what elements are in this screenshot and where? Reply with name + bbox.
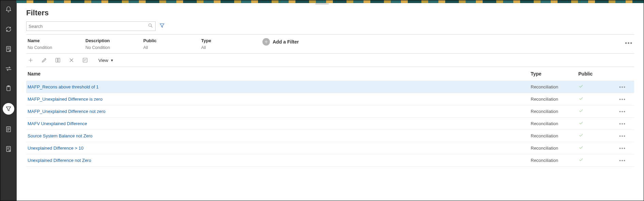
filter-col-type[interactable]: Type All bbox=[201, 38, 259, 50]
filter-bar-overflow-icon[interactable]: ••• bbox=[625, 40, 633, 46]
edit-button[interactable] bbox=[41, 57, 47, 63]
filter-name-link[interactable]: MAFV Unexplained Difference bbox=[28, 121, 87, 126]
filter-label: Name bbox=[28, 38, 85, 43]
filter-name-link[interactable]: Unexplained Difference > 10 bbox=[28, 146, 83, 151]
filter-name-link[interactable]: MAFP_Recons above threshold of 1 bbox=[28, 84, 99, 89]
filter-value: No Condition bbox=[85, 45, 143, 50]
nav-sidebar bbox=[0, 0, 17, 201]
svg-rect-9 bbox=[58, 58, 60, 62]
filter-type-text: Reconciliation bbox=[531, 84, 558, 89]
table-row[interactable]: MAFP_Unexplained Difference is zero Reco… bbox=[26, 93, 634, 105]
filter-value: All bbox=[201, 45, 259, 50]
table-row[interactable]: MAFV Unexplained Difference Reconciliati… bbox=[26, 118, 634, 130]
notifications-nav-icon[interactable] bbox=[3, 4, 14, 15]
view-dropdown[interactable]: View ▼ bbox=[98, 58, 114, 63]
filter-label: Type bbox=[201, 38, 259, 43]
transfer-nav-icon[interactable] bbox=[3, 64, 14, 74]
column-header-actions bbox=[612, 71, 633, 77]
table-body: MAFP_Recons above threshold of 1 Reconci… bbox=[26, 81, 634, 167]
document-settings-nav-icon[interactable] bbox=[3, 44, 14, 54]
check-icon bbox=[578, 109, 584, 114]
table-row[interactable]: Unexplained Difference not Zero Reconcil… bbox=[26, 154, 634, 167]
filter-type-text: Reconciliation bbox=[531, 121, 558, 126]
row-overflow-icon[interactable]: ••• bbox=[619, 146, 626, 151]
filter-col-description[interactable]: Description No Condition bbox=[85, 38, 143, 50]
refresh-nav-icon[interactable] bbox=[3, 24, 14, 34]
svg-rect-8 bbox=[56, 58, 58, 62]
decorative-top-strip bbox=[16, 0, 644, 3]
filter-col-name[interactable]: Name No Condition bbox=[28, 38, 85, 50]
filter-type-text: Reconciliation bbox=[531, 97, 558, 102]
filter-col-public[interactable]: Public All bbox=[143, 38, 201, 50]
row-overflow-icon[interactable]: ••• bbox=[619, 84, 626, 89]
column-header-type[interactable]: Type bbox=[531, 71, 578, 77]
table-toolbar: View ▼ bbox=[26, 54, 634, 67]
delete-button[interactable] bbox=[68, 57, 75, 63]
filter-bar: Name No Condition Description No Conditi… bbox=[26, 34, 634, 54]
svg-rect-10 bbox=[83, 58, 87, 62]
svg-point-7 bbox=[149, 24, 151, 27]
filter-name-link[interactable]: Unexplained Difference not Zero bbox=[28, 158, 91, 163]
check-icon bbox=[578, 121, 584, 127]
page-title: Filters bbox=[26, 9, 634, 17]
search-icon[interactable] bbox=[148, 23, 153, 30]
filter-type-text: Reconciliation bbox=[531, 158, 558, 163]
lists-nav-icon[interactable] bbox=[3, 124, 14, 134]
filter-label: Public bbox=[143, 38, 201, 43]
column-header-public[interactable]: Public bbox=[578, 71, 612, 77]
filter-name-link[interactable]: Source System Balance not Zero bbox=[28, 133, 93, 138]
row-overflow-icon[interactable]: ••• bbox=[619, 109, 626, 114]
row-overflow-icon[interactable]: ••• bbox=[619, 133, 626, 138]
add-filter-label: Add a Filter bbox=[273, 39, 299, 45]
panel-drag-handle[interactable] bbox=[315, 3, 329, 4]
search-input[interactable] bbox=[29, 22, 148, 31]
column-header-name[interactable]: Name bbox=[28, 71, 531, 77]
filter-type-text: Reconciliation bbox=[531, 133, 558, 138]
svg-point-1 bbox=[9, 50, 11, 52]
check-icon bbox=[578, 158, 584, 163]
caret-down-icon: ▼ bbox=[110, 58, 114, 62]
check-icon bbox=[578, 85, 584, 90]
table-row[interactable]: MAFP_Recons above threshold of 1 Reconci… bbox=[26, 81, 634, 93]
table-row[interactable]: Unexplained Difference > 10 Reconciliati… bbox=[26, 142, 634, 154]
add-button[interactable] bbox=[28, 57, 34, 63]
filter-type-text: Reconciliation bbox=[531, 109, 558, 114]
filter-funnel-icon[interactable] bbox=[159, 22, 165, 30]
svg-point-6 bbox=[9, 150, 10, 151]
row-overflow-icon[interactable]: ••• bbox=[619, 97, 626, 102]
search-box bbox=[26, 21, 156, 31]
main-content: Filters Name No Condition Description No… bbox=[17, 0, 644, 201]
search-row bbox=[26, 21, 634, 31]
filter-label: Description bbox=[85, 38, 143, 43]
check-icon bbox=[578, 146, 584, 151]
duplicate-button[interactable] bbox=[55, 57, 61, 63]
clipboard-nav-icon[interactable] bbox=[3, 83, 14, 94]
table-row[interactable]: MAFP_Unexplained Difference not zero Rec… bbox=[26, 105, 634, 118]
view-label: View bbox=[98, 58, 108, 63]
publish-button[interactable] bbox=[82, 57, 88, 63]
row-overflow-icon[interactable]: ••• bbox=[619, 121, 626, 126]
row-overflow-icon[interactable]: ••• bbox=[619, 158, 626, 163]
filters-nav-icon[interactable] bbox=[3, 103, 14, 115]
table-header-row: Name Type Public bbox=[26, 67, 634, 81]
report-view-nav-icon[interactable] bbox=[3, 144, 14, 154]
filters-table: Name Type Public MAFP_Recons above thres… bbox=[26, 67, 634, 167]
filter-value: No Condition bbox=[28, 45, 85, 50]
filter-type-text: Reconciliation bbox=[531, 146, 558, 151]
filter-name-link[interactable]: MAFP_Unexplained Difference not zero bbox=[28, 109, 106, 114]
filter-name-link[interactable]: MAFP_Unexplained Difference is zero bbox=[28, 97, 102, 102]
filter-value: All bbox=[143, 45, 201, 50]
check-icon bbox=[578, 97, 584, 102]
add-filter-button[interactable]: Add a Filter bbox=[262, 38, 299, 46]
plus-circle-icon bbox=[262, 38, 270, 46]
check-icon bbox=[578, 134, 584, 139]
table-row[interactable]: Source System Balance not Zero Reconcili… bbox=[26, 130, 634, 142]
